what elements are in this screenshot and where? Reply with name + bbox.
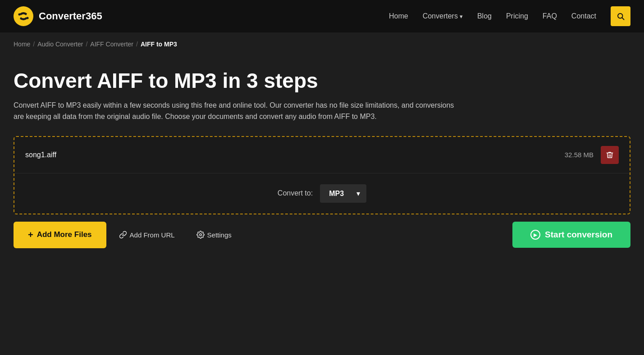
svg-point-0 bbox=[14, 6, 33, 26]
start-conversion-button[interactable]: ▶ Start conversion bbox=[512, 222, 630, 248]
chevron-down-icon: ▾ bbox=[460, 13, 463, 20]
format-select[interactable]: MP3 WAV AAC FLAC OGG M4A bbox=[320, 184, 366, 203]
breadcrumb-audio-converter[interactable]: Audio Converter bbox=[37, 41, 83, 48]
play-icon: ▶ bbox=[530, 230, 540, 240]
nav-home[interactable]: Home bbox=[389, 12, 408, 20]
trash-icon bbox=[606, 151, 614, 159]
logo-text: Converter365 bbox=[39, 10, 102, 22]
breadcrumb-home[interactable]: Home bbox=[14, 41, 30, 48]
logo-icon bbox=[14, 6, 33, 26]
link-icon bbox=[119, 231, 127, 239]
svg-point-5 bbox=[199, 234, 201, 236]
settings-button[interactable]: Settings bbox=[187, 223, 241, 247]
add-more-files-button[interactable]: + Add More Files bbox=[14, 222, 106, 248]
convert-format-row: Convert to: MP3 WAV AAC FLAC OGG M4A bbox=[14, 173, 630, 214]
bottom-left-actions: + Add More Files Add From URL Settings bbox=[14, 222, 241, 248]
main-content: Convert AIFF to MP3 in 3 steps Convert A… bbox=[0, 56, 644, 248]
start-label: Start conversion bbox=[545, 230, 612, 240]
bottom-bar: + Add More Files Add From URL Settings ▶ bbox=[14, 214, 630, 248]
search-button[interactable] bbox=[611, 6, 630, 26]
file-info: 32.58 MB bbox=[565, 146, 619, 164]
breadcrumb-current: AIFF to MP3 bbox=[141, 41, 177, 48]
svg-point-1 bbox=[18, 14, 21, 16]
table-row: song1.aiff 32.58 MB bbox=[14, 137, 630, 173]
logo-area[interactable]: Converter365 bbox=[14, 6, 102, 26]
file-size: 32.58 MB bbox=[565, 151, 594, 159]
header: Converter365 Home Converters ▾ Blog Pric… bbox=[0, 0, 644, 32]
format-select-wrapper[interactable]: MP3 WAV AAC FLAC OGG M4A bbox=[320, 184, 366, 203]
breadcrumb-sep1: / bbox=[33, 41, 35, 48]
breadcrumb-aiff-converter[interactable]: AIFF Converter bbox=[90, 41, 133, 48]
main-nav: Home Converters ▾ Blog Pricing FAQ Conta… bbox=[389, 6, 630, 26]
breadcrumb: Home / Audio Converter / AIFF Converter … bbox=[0, 32, 644, 56]
breadcrumb-sep3: / bbox=[136, 41, 138, 48]
nav-converters[interactable]: Converters ▾ bbox=[423, 12, 463, 20]
file-drop-area: song1.aiff 32.58 MB Convert to: bbox=[14, 136, 630, 214]
add-files-label: Add More Files bbox=[37, 230, 92, 239]
svg-point-2 bbox=[27, 17, 29, 19]
gear-icon bbox=[196, 231, 205, 239]
plus-icon: + bbox=[28, 230, 33, 240]
file-name: song1.aiff bbox=[25, 151, 56, 159]
add-url-label: Add From URL bbox=[130, 231, 175, 239]
delete-file-button[interactable] bbox=[601, 146, 619, 164]
search-icon bbox=[617, 12, 625, 20]
svg-line-4 bbox=[622, 18, 624, 19]
settings-label: Settings bbox=[207, 231, 232, 239]
nav-blog[interactable]: Blog bbox=[477, 12, 492, 20]
page-title: Convert AIFF to MP3 in 3 steps bbox=[14, 69, 630, 92]
convert-label: Convert to: bbox=[278, 189, 313, 197]
nav-contact[interactable]: Contact bbox=[571, 12, 596, 20]
nav-faq[interactable]: FAQ bbox=[543, 12, 557, 20]
breadcrumb-sep2: / bbox=[86, 41, 87, 48]
add-from-url-button[interactable]: Add From URL bbox=[110, 223, 184, 247]
page-description: Convert AIFF to MP3 easily within a few … bbox=[14, 100, 464, 123]
nav-pricing[interactable]: Pricing bbox=[506, 12, 528, 20]
